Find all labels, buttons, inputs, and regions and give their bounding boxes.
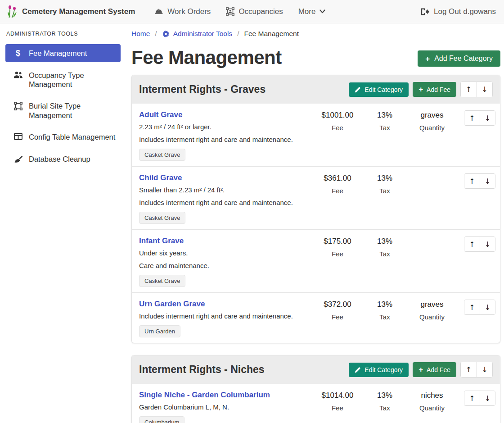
fee-reorder-group: ↑ ↓ [457, 300, 495, 337]
fee-type-badge: Columbarium [139, 416, 184, 423]
nav-work-orders[interactable]: Work Orders [154, 7, 211, 16]
fee-tax-label: Tax [362, 250, 407, 258]
fee-description: Includes interment right and care and ma… [139, 136, 313, 143]
nav-more-label: More [298, 7, 316, 16]
fee-amount-column: $1001.00 Fee [313, 110, 362, 161]
fee-reorder-group: ↑ ↓ [457, 237, 495, 287]
app-brand[interactable]: Cemetery Management System [6, 5, 135, 18]
pencil-icon [355, 86, 361, 93]
arrow-up-icon: ↑ [466, 85, 472, 94]
move-fee-up-button[interactable]: ↑ [464, 391, 480, 405]
occupancy-frame-icon [226, 7, 234, 16]
move-category-up-button[interactable]: ↑ [461, 362, 477, 377]
category-title: Interment Rights - Graves [139, 83, 266, 96]
edit-category-label: Edit Category [364, 86, 403, 93]
fee-description: Garden Columbarium L, M, N. [139, 403, 313, 411]
sidebar-item-label: Config Table Management [29, 132, 115, 141]
fee-description: Under six years. [139, 249, 313, 257]
admin-sidebar: ADMINISTRATOR TOOLS $ Fee Management Occ… [0, 23, 126, 423]
page-title: Fee Management [131, 47, 282, 68]
move-fee-up-button[interactable]: ↑ [464, 111, 480, 125]
fee-tax-label: Tax [362, 313, 407, 321]
fee-tax: 13% [362, 237, 407, 246]
move-fee-up-button[interactable]: ↑ [464, 300, 480, 314]
fee-quantity: graves [407, 300, 457, 309]
breadcrumb-home-label: Home [131, 30, 150, 38]
fee-name-link[interactable]: Infant Grave [139, 237, 184, 246]
move-fee-down-button[interactable]: ↓ [480, 237, 495, 251]
fee-amount-column: $1014.00 Fee [313, 391, 362, 423]
fee-row: Urn Garden Grave Includes interment righ… [132, 293, 500, 343]
arrow-down-icon: ↓ [482, 365, 487, 374]
sidebar-item-fee-management[interactable]: $ Fee Management [5, 44, 121, 62]
fee-description: Smaller than 2.23 m² / 24 ft². [139, 186, 313, 194]
edit-category-button[interactable]: Edit Category [349, 363, 409, 377]
breadcrumb: Home / Administrator Tools / Fee Managem… [131, 29, 500, 38]
fee-amount: $1014.00 [313, 391, 362, 400]
edit-category-button[interactable]: Edit Category [349, 82, 409, 97]
main-content: Home / Administrator Tools / Fee Managem… [126, 23, 504, 423]
add-fee-button[interactable]: + Add Fee [413, 82, 456, 97]
category-header: Interment Rights - Niches Edit Category … [132, 355, 500, 384]
page-header: Fee Management + Add Fee Category [131, 45, 500, 68]
users-icon [13, 71, 23, 80]
vector-square-icon [13, 102, 23, 112]
pencil-icon [355, 367, 361, 373]
sidebar-item-config-table[interactable]: Config Table Management [5, 128, 121, 146]
fee-amount: $361.00 [313, 174, 362, 183]
move-category-down-button[interactable]: ↓ [477, 82, 492, 97]
fee-amount: $1001.00 [313, 111, 362, 120]
fee-tax-column: 13% Tax [362, 237, 407, 287]
fee-name-link[interactable]: Adult Grave [139, 110, 182, 119]
fee-amount-column: $372.00 Fee [313, 300, 362, 337]
category-actions: Edit Category + Add Fee ↑ ↓ [349, 362, 493, 378]
add-fee-button[interactable]: + Add Fee [413, 362, 456, 377]
top-navbar: Cemetery Management System Work Orders [0, 0, 504, 23]
fee-name-link[interactable]: Single Niche - Garden Columbarium [139, 391, 270, 400]
move-fee-up-button[interactable]: ↑ [464, 237, 480, 251]
breadcrumb-separator: / [237, 30, 239, 38]
fee-type-badge: Casket Grave [139, 275, 185, 287]
sidebar-item-burial-site-type[interactable]: Burial Site Type Management [5, 97, 121, 123]
sidebar-heading: ADMINISTRATOR TOOLS [6, 31, 120, 37]
move-category-up-button[interactable]: ↑ [461, 82, 477, 97]
breadcrumb-home-link[interactable]: Home [131, 30, 150, 38]
sidebar-item-occupancy-type[interactable]: Occupancy Type Management [5, 67, 121, 93]
nav-more[interactable]: More [298, 7, 326, 16]
breadcrumb-admin-tools-label: Administrator Tools [173, 30, 233, 38]
move-fee-down-button[interactable]: ↓ [480, 391, 495, 405]
move-category-down-button[interactable]: ↓ [477, 362, 492, 377]
breadcrumb-admin-tools-link[interactable]: Administrator Tools [162, 30, 233, 38]
broom-icon [13, 155, 23, 165]
fee-quantity-column: graves Quantity [407, 300, 457, 337]
sidebar-item-database-cleanup[interactable]: Database Cleanup [5, 150, 121, 169]
move-fee-down-button[interactable]: ↓ [480, 174, 495, 188]
fee-tax: 13% [362, 391, 407, 400]
fee-type-badge: Casket Grave [139, 149, 185, 161]
move-fee-up-button[interactable]: ↑ [464, 174, 480, 188]
fee-reorder-group: ↑ ↓ [457, 391, 495, 423]
fee-quantity-column: niches Quantity [407, 391, 457, 423]
arrow-up-icon: ↑ [469, 303, 475, 312]
fee-tax-column: 13% Tax [362, 391, 407, 423]
arrow-up-icon: ↑ [469, 240, 475, 249]
fee-row: Single Niche - Garden Columbarium Garden… [132, 384, 500, 423]
add-fee-category-button[interactable]: + Add Fee Category [418, 50, 500, 67]
chevron-down-icon [320, 9, 325, 14]
logout-link[interactable]: Log Out d.gowans [420, 7, 496, 16]
edit-category-label: Edit Category [364, 366, 403, 373]
fee-description: Includes interment right and care and ma… [139, 199, 313, 206]
nav-occupancies[interactable]: Occupancies [226, 7, 283, 16]
fee-name-link[interactable]: Urn Garden Grave [139, 300, 205, 309]
move-fee-down-button[interactable]: ↓ [480, 300, 495, 314]
fee-quantity: graves [407, 111, 457, 120]
fee-name-link[interactable]: Child Grave [139, 173, 182, 182]
category-title: Interment Rights - Niches [139, 364, 265, 376]
arrow-down-icon: ↓ [482, 85, 487, 94]
arrow-down-icon: ↓ [485, 114, 490, 123]
dollar-icon: $ [13, 49, 23, 57]
add-fee-category-label: Add Fee Category [434, 55, 493, 63]
plus-icon: + [418, 86, 423, 93]
move-fee-down-button[interactable]: ↓ [480, 111, 495, 125]
table-icon [13, 133, 23, 142]
